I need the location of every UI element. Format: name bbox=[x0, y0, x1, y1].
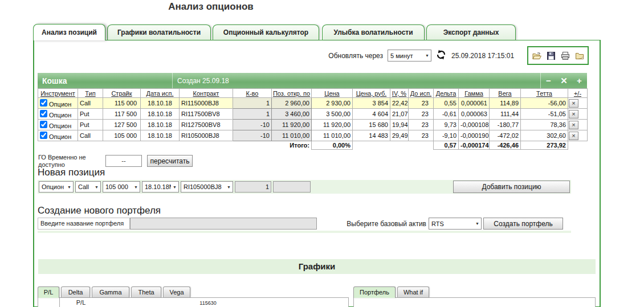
qty-cell[interactable]: 1 bbox=[233, 98, 272, 109]
position-row: Опцион Call 115 000 18.10.18 RI115000BJ8… bbox=[38, 98, 588, 109]
pl-row-label: P/L bbox=[59, 299, 103, 306]
col-header-iv[interactable]: IV, % bbox=[390, 89, 409, 98]
row-checkbox[interactable] bbox=[40, 99, 47, 107]
pl-row-value: 115630 bbox=[171, 300, 245, 306]
chart-tab-vega[interactable]: Vega bbox=[163, 286, 190, 297]
tab-position-analysis[interactable]: Анализ позиций bbox=[33, 24, 105, 40]
tab-what-if[interactable]: What if bbox=[397, 286, 429, 297]
totals-vega: -426,46 bbox=[490, 141, 521, 150]
refresh-interval-select[interactable]: 5 минут bbox=[388, 50, 431, 62]
np-instrument-select[interactable]: Опцион bbox=[39, 181, 74, 193]
positions-table: Инструмент Тип Страйк Дата исп. Контракт… bbox=[38, 88, 588, 150]
np-type-select[interactable]: Call bbox=[75, 181, 101, 193]
col-header-exp-date[interactable]: Дата исп. bbox=[141, 89, 180, 98]
col-header-instrument[interactable]: Инструмент bbox=[38, 89, 78, 98]
create-portfolio-title: Создание нового портфеля bbox=[38, 205, 161, 216]
charts-section-title: Графики bbox=[38, 259, 596, 274]
position-row: Опцион Put 127 500 18.10.18 RI127500BV8 … bbox=[38, 120, 588, 130]
save-button[interactable] bbox=[547, 51, 556, 60]
np-strike-select[interactable]: 105 000 bbox=[103, 181, 140, 193]
table-header-row: Инструмент Тип Страйк Дата исп. Контракт… bbox=[38, 89, 588, 98]
tab-volatility-charts[interactable]: Графики волатильности bbox=[107, 24, 211, 40]
refresh-interval-label: Обновлять через bbox=[319, 52, 383, 60]
qty-cell[interactable]: -10 bbox=[233, 130, 272, 141]
qty-cell[interactable]: -10 bbox=[233, 120, 272, 130]
chart-tab-gamma[interactable]: Gamma bbox=[92, 286, 129, 297]
tab-volatility-smile[interactable]: Улыбка волатильности bbox=[322, 24, 425, 40]
row-checkbox[interactable] bbox=[40, 121, 47, 128]
new-position-title: Новая позиция bbox=[38, 167, 105, 178]
tab-option-calculator[interactable]: Опционный калькулятор bbox=[213, 24, 319, 40]
file-toolbar bbox=[527, 46, 589, 65]
export-folder-button[interactable] bbox=[575, 51, 584, 60]
delete-row-button[interactable] bbox=[569, 99, 578, 108]
tab-portfolio[interactable]: Портфель bbox=[353, 286, 396, 298]
delete-row-button[interactable] bbox=[569, 121, 578, 129]
col-header-delta[interactable]: Дельта bbox=[434, 89, 459, 98]
print-button[interactable] bbox=[561, 51, 570, 60]
np-exp-date-select[interactable]: 18.10.18М bbox=[142, 181, 179, 193]
open-pos-cell[interactable]: 11 010,00 bbox=[272, 130, 312, 141]
open-pos-cell[interactable]: 3 460,00 bbox=[272, 109, 312, 120]
np-contract-select[interactable]: RI105000BJ8 bbox=[181, 181, 233, 193]
col-header-vega[interactable]: Вега bbox=[490, 89, 521, 98]
open-pos-cell[interactable]: 2 960,00 bbox=[272, 98, 312, 109]
recalculate-button[interactable]: пересчитать bbox=[147, 155, 193, 167]
col-header-theta[interactable]: Тетта bbox=[521, 89, 568, 98]
portfolio-chart-panel bbox=[353, 297, 596, 307]
divider-strip bbox=[38, 231, 571, 233]
refresh-button[interactable] bbox=[435, 50, 447, 61]
portfolio-name: Кошка bbox=[38, 76, 172, 85]
totals-delta: 0,57 bbox=[434, 141, 459, 150]
printer-icon bbox=[561, 51, 570, 60]
col-header-price-rub[interactable]: Цена, руб. bbox=[353, 89, 390, 98]
chart-tab-delta[interactable]: Delta bbox=[61, 286, 90, 297]
floppy-disk-icon bbox=[547, 51, 556, 60]
portfolio-header: Кошка Создан 25.09.18 − ✕ + bbox=[38, 73, 587, 88]
base-asset-select[interactable]: RTS bbox=[429, 218, 482, 230]
open-folder-icon bbox=[532, 51, 541, 60]
create-portfolio-button[interactable]: Создать портфель bbox=[483, 218, 563, 230]
totals-gamma: -0,000174 bbox=[459, 141, 490, 150]
totals-price: 0,00% bbox=[312, 141, 353, 150]
position-row: Опцион Put 117 500 18.10.18 RI117500BV8 … bbox=[38, 109, 588, 120]
col-header-type[interactable]: Тип bbox=[78, 89, 103, 98]
qty-cell[interactable]: 1 bbox=[233, 109, 272, 120]
base-asset-label: Выберите базовый актив bbox=[342, 220, 426, 228]
col-header-add-remove: +/- bbox=[568, 89, 588, 98]
delete-row-button[interactable] bbox=[569, 132, 578, 140]
page-title: Анализ опционов bbox=[137, 1, 285, 13]
col-header-strike[interactable]: Страйк bbox=[103, 89, 141, 98]
last-update-timestamp: 25.09.2018 17:15:01 bbox=[451, 52, 534, 60]
go-value-field: -- bbox=[105, 155, 142, 167]
row-checkbox[interactable] bbox=[40, 110, 47, 117]
add-position-button[interactable]: Добавить позицию bbox=[453, 181, 570, 193]
add-portfolio-button[interactable]: + bbox=[572, 76, 587, 85]
row-checkbox[interactable] bbox=[40, 132, 47, 139]
folder-icon bbox=[575, 51, 584, 60]
tab-data-export[interactable]: Экспорт данных bbox=[426, 24, 516, 40]
totals-label: Итого: bbox=[272, 141, 312, 150]
delete-row-button[interactable] bbox=[569, 110, 578, 118]
portfolio-window-controls: − ✕ + bbox=[540, 73, 587, 88]
col-header-open-pos[interactable]: Поз. откр. по bbox=[272, 89, 312, 98]
chart-tab-theta[interactable]: Theta bbox=[131, 286, 161, 297]
portfolio-name-input[interactable] bbox=[130, 218, 317, 230]
open-pos-cell[interactable]: 11 920,00 bbox=[272, 120, 312, 130]
portfolio-name-label: Введите название портфеля bbox=[38, 218, 130, 230]
collapse-portfolio-button[interactable]: − bbox=[541, 76, 556, 85]
np-price-input[interactable] bbox=[273, 181, 311, 193]
col-header-days[interactable]: До исп. bbox=[409, 89, 434, 98]
options-analysis-page: Анализ опционов Анализ позиций Графики в… bbox=[0, 0, 644, 307]
refresh-icon bbox=[436, 50, 446, 60]
open-file-button[interactable] bbox=[532, 51, 541, 60]
col-header-gamma[interactable]: Гамма bbox=[459, 89, 490, 98]
np-qty-input[interactable]: 1 bbox=[235, 181, 271, 193]
chart-tab-pl[interactable]: P/L bbox=[38, 286, 59, 298]
totals-theta: 273,92 bbox=[521, 141, 568, 150]
position-row: Опцион Call 105 000 18.10.18 RI105000BJ8… bbox=[38, 130, 588, 141]
col-header-price[interactable]: Цена bbox=[312, 89, 353, 98]
close-portfolio-button[interactable]: ✕ bbox=[556, 76, 572, 86]
col-header-qty[interactable]: К-во bbox=[233, 89, 272, 98]
col-header-contract[interactable]: Контракт bbox=[180, 89, 233, 98]
